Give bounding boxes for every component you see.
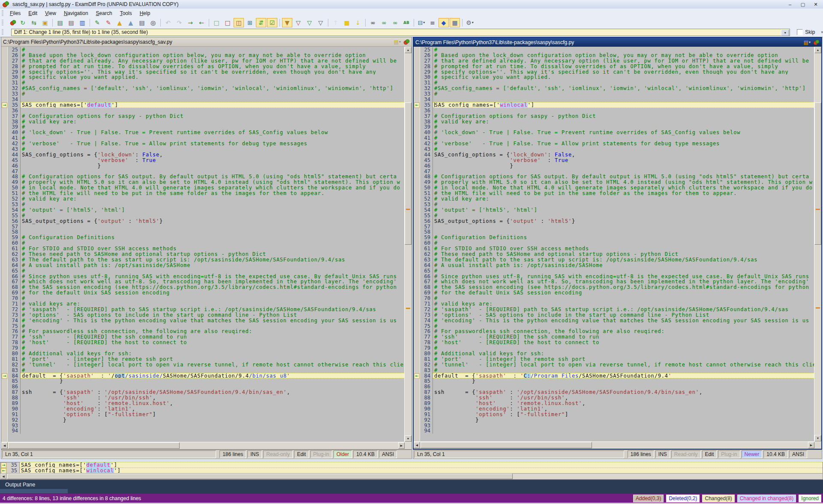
code-line[interactable]: 75# xyxy=(414,324,814,329)
code-line[interactable]: 66# Since python uses utf-8, running SAS… xyxy=(1,274,405,279)
code-line[interactable]: ←35SAS_config_names=['winlocal'] xyxy=(0,468,823,474)
code-line[interactable]: 75# xyxy=(1,324,405,329)
code-line[interactable]: 73# 'options' - SAS options to include i… xyxy=(1,312,405,318)
code-line[interactable]: 74# 'encoding' - This is the python enco… xyxy=(1,318,405,324)
tile-view-icon[interactable]: ⊞ xyxy=(245,18,255,27)
first-file-code-area[interactable]: 25#26# Based upon the lock_down configur… xyxy=(1,47,412,442)
sync-scroll-icon[interactable]: ⇵ xyxy=(256,18,266,27)
code-line[interactable]: 28# prompted for at run time. To dissall… xyxy=(1,64,405,69)
first-horizontal-scrollbar[interactable]: ◀ ▶ xyxy=(1,442,412,449)
file-app-icon[interactable] xyxy=(404,39,410,45)
code-line[interactable]: 26# Based upon the lock_down configurati… xyxy=(1,53,405,58)
code-line[interactable]: 29# specify options=''. This way it's sp… xyxy=(1,69,405,75)
minimize-button[interactable]: – xyxy=(784,1,796,8)
code-line[interactable]: 69# for the default Unix SAS session enc… xyxy=(1,290,405,296)
code-line[interactable]: 94 xyxy=(414,428,814,434)
code-line[interactable]: 36 xyxy=(1,108,405,114)
code-line[interactable]: 72# 'saspath' - [REQUIRED] path to SAS s… xyxy=(414,307,814,312)
menu-help[interactable]: Help xyxy=(136,9,154,17)
maximize-button[interactable]: ▢ xyxy=(796,1,809,8)
save-all-icon[interactable]: ▥ xyxy=(77,18,87,27)
menu-tools[interactable]: Tools xyxy=(116,9,136,17)
code-line[interactable]: 55# xyxy=(414,213,814,219)
code-line[interactable]: 42# 'verbose' - True | False. True = All… xyxy=(1,141,405,147)
copy-path-icon[interactable]: ▤ xyxy=(394,39,399,45)
code-line[interactable]: 80# Additional valid keys for ssh: xyxy=(414,351,814,357)
find-next-icon[interactable]: ∞ xyxy=(379,18,389,27)
menu-edit[interactable]: Edit xyxy=(24,9,41,17)
output-pane-header[interactable]: Output Pane xyxy=(0,480,823,489)
code-line[interactable]: 33# xyxy=(1,91,405,97)
first-vertical-scrollbar[interactable]: ▲ ▼ xyxy=(404,47,412,442)
code-line[interactable]: 82# 'tunnel' - [integer] local port to o… xyxy=(1,362,405,368)
code-line[interactable]: 56SAS_output_options = {'output' : 'html… xyxy=(414,219,814,224)
code-line[interactable]: 44SAS_config_options = {'lock_down': Fal… xyxy=(1,152,405,158)
split-view-icon[interactable]: ◫ xyxy=(234,18,244,27)
toolbar-drag-handle[interactable] xyxy=(2,20,3,26)
code-line[interactable]: 63# The default path to the sas start up… xyxy=(1,257,405,263)
code-line[interactable]: 86 xyxy=(414,384,814,390)
code-line[interactable]: 76# For passwordless ssh connection, the… xyxy=(1,329,405,334)
code-line[interactable]: 56SAS_output_options = {'output' : 'html… xyxy=(1,219,405,224)
code-line[interactable]: 30# specific value you want applied. xyxy=(414,75,814,80)
save-first-icon[interactable]: ▤ xyxy=(55,18,65,27)
close-button[interactable]: ✕ xyxy=(809,1,822,8)
code-line[interactable]: 89 'host' : 'remote.linux.host', xyxy=(1,401,405,406)
code-line[interactable]: 49# properly with HTML 5.0 so it can als… xyxy=(414,180,814,185)
recompare-icon[interactable]: ↻ xyxy=(18,18,28,27)
code-line[interactable]: 80# Additional valid keys for ssh: xyxy=(1,351,405,357)
code-line[interactable]: 85 } xyxy=(1,378,405,384)
code-line[interactable]: 46 } xyxy=(414,163,814,169)
next-change-icon[interactable]: ↓ xyxy=(353,18,363,27)
print-icon[interactable]: ▤ xyxy=(137,18,147,27)
filter-find-icon[interactable]: ▽ xyxy=(315,18,326,27)
code-line[interactable]: 64# A usual install path is: /opt/sasins… xyxy=(414,263,814,268)
show-identical-icon[interactable]: □ xyxy=(211,18,222,27)
code-line[interactable]: 52# valid key are: xyxy=(1,196,405,202)
code-line[interactable]: 53# xyxy=(414,202,814,207)
code-line[interactable]: 86 xyxy=(1,384,405,390)
edit-flag[interactable]: Edit xyxy=(294,450,309,458)
code-line[interactable]: 62# These need path to SASHome and optio… xyxy=(414,252,814,257)
code-line[interactable]: 43# xyxy=(1,147,405,152)
code-line[interactable]: 88 'ssh' : '/usr/bin/ssh', xyxy=(1,395,405,401)
code-line[interactable]: 64# A usual install path is: /opt/sasins… xyxy=(1,263,405,268)
code-line[interactable]: 85 } xyxy=(414,378,814,384)
code-line[interactable]: 38# valid key are: xyxy=(1,119,405,125)
code-line[interactable]: 32#SAS_config_names = ['default', 'ssh',… xyxy=(414,86,814,91)
current-change-icon[interactable]: ■ xyxy=(342,18,352,27)
code-line[interactable]: 81# 'port' - [integer] the remote ssh po… xyxy=(414,357,814,362)
code-line[interactable]: 62# These need path to SASHome and optio… xyxy=(1,252,405,257)
code-line[interactable]: 60# xyxy=(1,240,405,246)
second-vscroll-thumb[interactable] xyxy=(814,102,821,245)
code-line[interactable]: 82# 'tunnel' - [integer] local port to o… xyxy=(414,362,814,368)
redo-icon[interactable]: ↷ xyxy=(174,18,184,27)
first-file-header[interactable]: C:\Program Files\Python\Python37\Lib\sit… xyxy=(1,37,412,47)
code-line[interactable]: 48# Configuration options for SAS output… xyxy=(414,174,814,180)
code-line[interactable]: 91 'options' : ["-fullstimer"] xyxy=(414,412,814,417)
code-line[interactable]: 70# xyxy=(1,296,405,301)
code-line[interactable]: 28# prompted for at run time. To dissall… xyxy=(414,64,814,69)
code-line[interactable]: 68# the SAS session encoding (see https:… xyxy=(1,285,405,290)
code-line[interactable]: 46 } xyxy=(1,163,405,169)
first-vscroll-thumb[interactable] xyxy=(405,102,412,245)
second-hscroll-thumb[interactable] xyxy=(421,442,592,448)
code-line[interactable]: 78# 'host' - [REQUIRED] the host to conn… xyxy=(1,340,405,345)
code-line[interactable]: 71# valid keys are: xyxy=(1,301,405,307)
next-difference-icon[interactable]: → xyxy=(185,18,195,27)
code-line[interactable]: 87ssh = {'saspath' : '/opt/sasinside/SAS… xyxy=(1,390,405,395)
scroll-up-icon[interactable]: ▲ xyxy=(405,47,412,53)
code-line[interactable]: 61# For STDIO and STDIO over SSH access … xyxy=(1,246,405,252)
code-line[interactable]: ←35SAS_config_names=['winlocal'] xyxy=(414,102,814,108)
code-line[interactable]: 89 'host' : 'remote.linux.host', xyxy=(414,401,814,406)
code-line[interactable]: 45 'verbose' : True xyxy=(414,158,814,163)
code-line[interactable]: →35SAS_config_names=['default'] xyxy=(1,102,405,108)
readonly-first-icon[interactable]: ▲ xyxy=(114,18,125,27)
code-line[interactable]: 42# 'verbose' - True | False. True = All… xyxy=(414,141,814,147)
code-line[interactable]: 79# xyxy=(414,345,814,351)
edit-second-icon[interactable]: ✎ xyxy=(103,18,114,27)
detail-hscroll-thumb[interactable] xyxy=(7,474,513,479)
code-line[interactable]: 94 xyxy=(1,428,405,434)
scroll-left-icon[interactable]: ◀ xyxy=(1,442,8,449)
menu-files[interactable]: Files xyxy=(6,9,24,17)
